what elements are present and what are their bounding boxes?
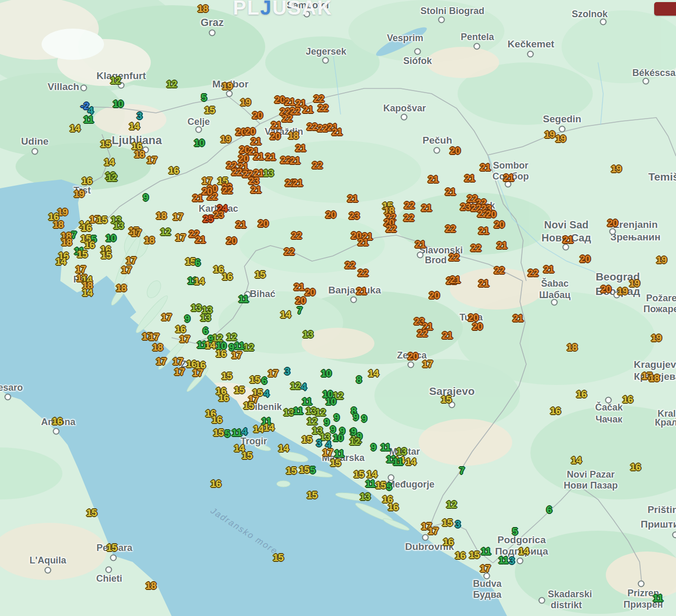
temp-marker[interactable]: 21 <box>236 219 246 230</box>
temp-marker[interactable]: 15 <box>255 269 265 280</box>
temp-marker[interactable]: 11 <box>231 427 241 439</box>
temp-marker[interactable]: 15 <box>273 552 283 563</box>
temp-marker[interactable]: 10 <box>113 98 123 110</box>
temp-marker[interactable]: 17 <box>161 312 172 323</box>
temp-marker[interactable]: 20 <box>408 351 418 362</box>
temp-marker[interactable]: 15 <box>307 490 317 501</box>
temp-marker[interactable]: 21 <box>478 225 489 237</box>
temp-marker[interactable]: 20 <box>429 290 439 301</box>
temp-marker[interactable]: 19 <box>555 133 566 145</box>
temp-marker[interactable]: 22 <box>358 267 368 279</box>
temp-marker[interactable]: 21 <box>480 162 490 173</box>
temp-marker[interactable]: 17 <box>121 264 132 276</box>
temp-marker[interactable]: 19 <box>651 332 661 344</box>
temp-marker[interactable]: 21 <box>195 234 205 246</box>
temp-marker[interactable]: 21 <box>294 281 304 293</box>
temp-marker[interactable]: 14 <box>280 309 291 320</box>
temp-marker[interactable]: 22 <box>317 123 328 134</box>
temp-marker[interactable]: 20 <box>275 94 285 106</box>
temp-marker[interactable]: 17 <box>428 525 438 537</box>
temp-marker[interactable]: 20 <box>258 218 268 229</box>
temp-marker[interactable]: 14 <box>264 422 274 433</box>
weather-map[interactable]: PLJUSAK Jadransko more GrazSambotelSzoln… <box>0 0 676 616</box>
temp-marker[interactable]: 15 <box>242 450 252 461</box>
temp-marker[interactable]: 17 <box>192 367 203 379</box>
temp-marker[interactable]: 13 <box>113 220 124 232</box>
temp-marker[interactable]: 14 <box>205 340 215 351</box>
temp-marker[interactable]: 23 <box>213 209 224 221</box>
temp-marker[interactable]: 9 <box>371 442 376 453</box>
temp-marker[interactable]: 15 <box>375 480 386 491</box>
temp-marker[interactable]: 12 <box>446 499 457 510</box>
temp-marker[interactable]: 15 <box>213 427 224 439</box>
temp-marker[interactable]: 16 <box>222 271 232 283</box>
temp-marker[interactable]: 3 <box>316 438 321 449</box>
temp-marker[interactable]: 14 <box>278 443 289 454</box>
temp-marker[interactable]: 16 <box>455 550 465 561</box>
temp-marker[interactable]: 5 <box>386 481 392 493</box>
temp-marker[interactable]: 9 <box>185 313 190 325</box>
temp-marker[interactable]: 12 <box>243 342 254 353</box>
temp-marker[interactable]: 6 <box>547 504 552 516</box>
temp-marker[interactable]: 21 <box>347 193 358 204</box>
temp-marker[interactable]: 10 <box>333 432 343 444</box>
temp-marker[interactable]: 20 <box>494 219 504 230</box>
temp-marker[interactable]: 12 <box>107 172 117 184</box>
temp-marker[interactable]: 23 <box>460 201 471 213</box>
temp-marker[interactable]: 21 <box>265 151 276 163</box>
temp-marker[interactable]: 22 <box>404 200 414 211</box>
temp-marker[interactable]: 9 <box>143 192 148 203</box>
temp-marker[interactable]: 15 <box>97 214 107 226</box>
temp-marker[interactable]: 17 <box>173 211 183 223</box>
temp-marker[interactable]: 18 <box>146 580 156 592</box>
temp-marker[interactable]: 25 <box>203 213 213 225</box>
temp-marker[interactable]: 21 <box>290 155 300 166</box>
temp-marker[interactable]: 15 <box>222 370 232 382</box>
temp-marker[interactable]: 14 <box>406 456 416 468</box>
temp-marker[interactable]: 21 <box>478 278 489 289</box>
temp-marker[interactable]: 17 <box>179 333 190 345</box>
temp-marker[interactable]: 17 <box>147 155 157 166</box>
temp-marker[interactable]: 12 <box>166 79 177 90</box>
temp-marker[interactable]: 22 <box>291 230 302 241</box>
temp-marker[interactable]: 22 <box>404 212 414 224</box>
temp-marker[interactable]: 19 <box>74 188 84 200</box>
temp-marker[interactable]: 20 <box>226 235 237 247</box>
temp-marker[interactable]: 22 <box>282 113 292 124</box>
temp-marker[interactable]: 22 <box>494 265 504 276</box>
temp-marker[interactable]: 18 <box>288 130 298 142</box>
temp-marker[interactable]: 15 <box>234 384 244 396</box>
temp-marker[interactable]: 22 <box>318 102 328 114</box>
temp-marker[interactable]: 16 <box>216 348 226 360</box>
temp-marker[interactable]: 22 <box>445 223 456 235</box>
temp-marker[interactable]: 14 <box>104 157 114 168</box>
temp-marker[interactable]: 22 <box>386 223 396 235</box>
temp-marker[interactable]: 18 <box>144 235 154 246</box>
temp-marker[interactable]: 21 <box>464 173 475 184</box>
temp-marker[interactable]: 20 <box>601 284 611 295</box>
temp-marker[interactable]: 11 <box>365 478 375 490</box>
temp-marker[interactable]: 9 <box>334 412 339 424</box>
temp-marker[interactable]: 13 <box>360 491 370 503</box>
temp-marker[interactable]: 19 <box>222 81 232 92</box>
temp-marker[interactable]: 15 <box>330 457 341 469</box>
temp-marker[interactable]: 15 <box>299 464 309 476</box>
temp-marker[interactable]: 18 <box>198 3 208 15</box>
temp-marker[interactable]: 15 <box>86 507 97 519</box>
temp-marker[interactable]: 10 <box>106 233 116 244</box>
temp-marker[interactable]: 16 <box>550 405 561 417</box>
temp-marker[interactable]: 14 <box>518 546 529 557</box>
temp-marker[interactable]: 14 <box>70 123 80 134</box>
temp-marker[interactable]: 7 <box>459 465 464 477</box>
temp-marker[interactable]: 7 <box>297 305 302 316</box>
temp-marker[interactable]: 16 <box>82 175 92 187</box>
temp-marker[interactable]: 20 <box>450 145 460 157</box>
temp-marker[interactable]: 21 <box>356 286 367 297</box>
temp-marker[interactable]: 21 <box>421 202 432 214</box>
temp-marker[interactable]: 13 <box>303 329 313 340</box>
temp-marker[interactable]: 16 <box>81 222 92 234</box>
temp-marker[interactable]: 16 <box>168 165 179 176</box>
temp-marker[interactable]: 20 <box>486 209 496 220</box>
temp-marker[interactable]: 11 <box>293 405 303 417</box>
temp-marker[interactable]: 22 <box>284 246 294 258</box>
